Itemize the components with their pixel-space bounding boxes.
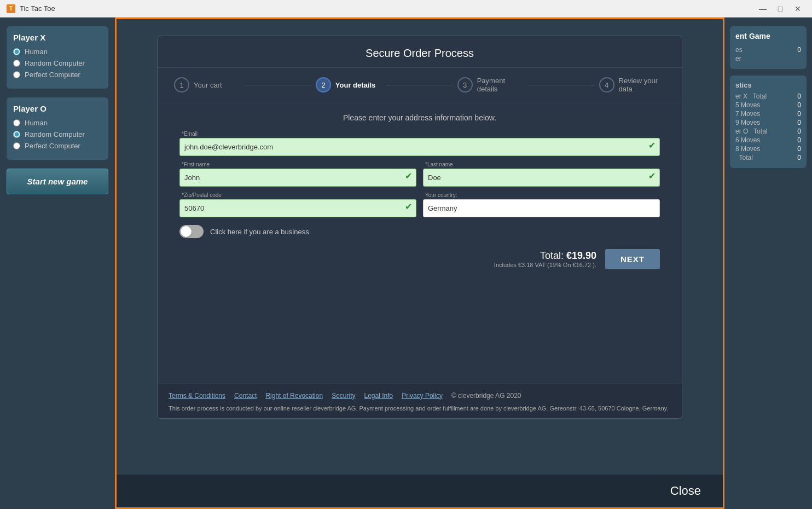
player-o-perfect[interactable]: Perfect Computer [13,142,102,150]
player-o-title: Player O [13,104,102,113]
lastname-tick-icon: ✔ [648,171,656,181]
orange-border-container: Secure Order Process 1 Your cart [115,18,724,509]
player-x-human[interactable]: Human [13,48,102,56]
step-2-circle: 2 [316,77,331,92]
window-controls: — □ ✕ [755,3,805,15]
stats-row-5: 6 Moves 0 [735,136,801,144]
current-game-row2: er [735,55,801,62]
player-x-perfect[interactable]: Perfect Computer [13,71,102,79]
player-x-random[interactable]: Random Computer [13,59,102,67]
player-o-random[interactable]: Random Computer [13,130,102,138]
close-bar: Close [117,475,723,507]
country-label: Your country: [423,192,660,198]
app-area: Player X Human Random Computer Perfect C… [0,18,812,509]
lastname-group: *Last name ✔ [423,161,660,187]
player-x-panel: Player X Human Random Computer Perfect C… [7,26,108,89]
stats-box: stics er X Total 0 5 Moves 0 7 Moves 0 9… [730,76,807,168]
step-2-label: Your details [335,81,375,89]
modal-footer: Terms & Conditions Contact Right of Revo… [158,384,682,419]
step-line-2 [386,85,453,85]
app-title: Tic Tac Toe [20,4,755,13]
email-group: *Email ✔ [179,131,660,156]
title-bar: T Tic Tac Toe — □ ✕ [0,0,812,18]
footer-legalinfo-link[interactable]: Legal Info [364,392,393,400]
total-price: €19.90 [566,250,596,261]
footer-security-link[interactable]: Security [332,392,355,400]
zip-input[interactable] [179,199,416,217]
total-row: Total: €19.90 Includes €3.18 VAT (19% On… [179,249,660,269]
email-label: *Email [179,131,660,137]
player-x-perfect-label: Perfect Computer [25,71,80,79]
name-row: *First name ✔ *Last name ✔ [179,161,660,187]
step-4: 4 Review your data [599,77,665,93]
country-group: Your country: [423,192,660,217]
form-spacer [158,332,682,383]
footer-revocation-link[interactable]: Right of Revocation [265,392,323,400]
current-game-row1: es 0 [735,46,801,54]
secure-order-modal: Secure Order Process 1 Your cart [157,36,682,419]
footer-links: Terms & Conditions Contact Right of Revo… [169,392,671,400]
step-line-1 [245,85,311,85]
business-toggle-label: Click here if you are a business. [210,228,311,236]
stats-row-7: Total 0 [735,154,801,161]
app-icon: T [7,4,15,13]
zip-tick-icon: ✔ [405,201,412,212]
start-game-button[interactable]: Start new game [7,169,108,194]
email-input[interactable] [179,138,660,156]
step-3-circle: 3 [457,77,473,92]
step-4-circle: 4 [599,77,614,92]
stats-row-0: er X Total 0 [735,92,801,100]
footer-privacy-link[interactable]: Privacy Policy [402,392,443,400]
step-3: 3 Payment details [457,77,524,93]
stats-row-3: 9 Moves 0 [735,119,801,126]
firstname-tick-icon: ✔ [405,171,412,181]
step-line-3 [528,85,594,85]
player-o-human[interactable]: Human [13,119,102,127]
modal-overlay: Secure Order Process 1 Your cart [117,30,723,475]
country-input[interactable] [423,199,660,217]
stats-row-2: 7 Moves 0 [735,110,801,118]
step-1: 1 Your cart [174,77,240,92]
toggle-knob [181,226,192,237]
business-toggle[interactable] [179,225,204,238]
modal-title: Secure Order Process [158,36,682,68]
zip-label: *Zip/Postal code [179,192,416,198]
lastname-input[interactable] [423,169,660,187]
close-button[interactable]: Close [670,484,701,498]
business-toggle-row: Click here if you are a business. [179,225,660,238]
next-button[interactable]: NEXT [605,249,660,269]
maximize-button[interactable]: □ [773,3,788,15]
steps-bar: 1 Your cart 2 Your details [158,68,682,102]
firstname-group: *First name ✔ [179,161,416,187]
minimize-button[interactable]: — [755,3,770,15]
current-game-title: ent Game [735,32,801,41]
step-2: 2 Your details [316,77,382,92]
right-panel: ent Game es 0 er stics er X Total 0 5 Mo… [724,18,812,509]
footer-terms-link[interactable]: Terms & Conditions [169,392,225,400]
total-vat: Includes €3.18 VAT (19% On €16.72 ). [494,262,596,268]
total-amount: Total: €19.90 [494,250,596,262]
step-1-label: Your cart [194,81,222,89]
current-game-box: ent Game es 0 er [730,26,807,69]
step-3-label: Payment details [477,77,524,93]
email-row: *Email ✔ [179,131,660,156]
player-x-title: Player X [13,33,102,42]
player-o-perfect-label: Perfect Computer [25,142,80,150]
total-block: Total: €19.90 Includes €3.18 VAT (19% On… [494,250,596,268]
footer-contact-link[interactable]: Contact [234,392,257,400]
footer-copyright: © cleverbridge AG 2020 [451,392,521,400]
stats-title: stics [735,81,801,89]
email-tick-icon: ✔ [648,140,656,151]
footer-description: This order process is conducted by our o… [169,404,671,413]
total-label: Total: [540,250,564,261]
firstname-label: *First name [179,161,416,167]
address-row: *Zip/Postal code ✔ Your country: [179,192,660,217]
sidebar: Player X Human Random Computer Perfect C… [0,18,115,509]
form-area: Please enter your address information be… [158,102,682,332]
zip-group: *Zip/Postal code ✔ [179,192,416,217]
window-close-button[interactable]: ✕ [790,3,805,15]
main-area: Secure Order Process 1 Your cart [115,18,724,509]
firstname-input[interactable] [179,169,416,187]
form-subtitle: Please enter your address information be… [179,113,660,122]
stats-row-6: 8 Moves 0 [735,145,801,153]
